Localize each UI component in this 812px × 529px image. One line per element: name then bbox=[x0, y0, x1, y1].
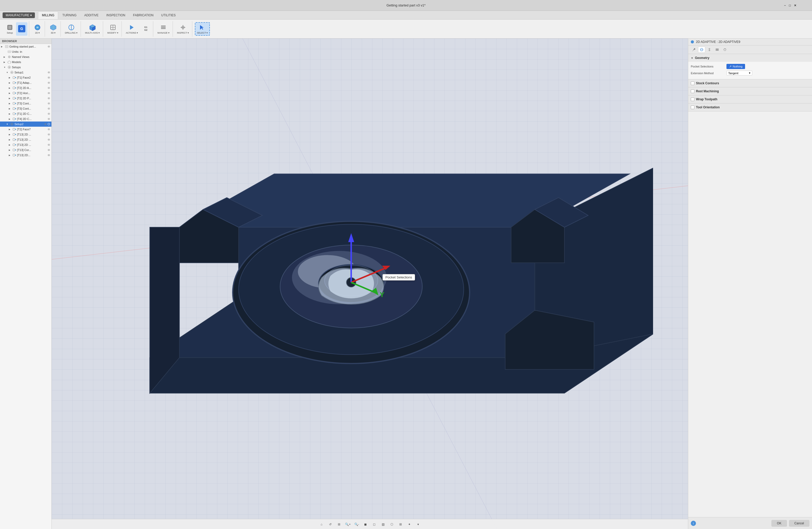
toolbar-btn-modify[interactable]: MODIFY ▾ bbox=[106, 22, 120, 36]
tree-item-17[interactable]: ▶[T13] 2D ... bbox=[0, 132, 52, 137]
toolbar-btn-select[interactable]: SELECT ▾ bbox=[195, 22, 210, 36]
extension-method-select[interactable]: Tangent ▾ bbox=[726, 71, 752, 75]
visibility-icon-17[interactable] bbox=[47, 133, 50, 136]
wrap-toolpath-checkbox[interactable] bbox=[691, 98, 694, 101]
visibility-icon-21[interactable] bbox=[47, 154, 50, 157]
bottom-btn-zoom-fit[interactable]: ⊞ bbox=[335, 521, 343, 527]
bottom-btn-snap[interactable]: ✦ bbox=[406, 521, 413, 527]
visibility-icon-13[interactable] bbox=[47, 112, 50, 115]
visibility-icon-12[interactable] bbox=[47, 107, 50, 110]
tree-item-9[interactable]: ▶[T2] Hori... bbox=[0, 90, 52, 96]
toolbar-btn-setup[interactable]: Setup bbox=[4, 22, 15, 36]
tree-item-0[interactable]: ▶Getting started part... bbox=[0, 44, 52, 49]
tree-item-21[interactable]: ▶[T13] 2D... bbox=[0, 153, 52, 158]
toolbar-btn-g[interactable]: G bbox=[16, 22, 27, 36]
svg-point-63 bbox=[15, 118, 16, 119]
tree-item-13[interactable]: ▶[T1] 2D C... bbox=[0, 111, 52, 116]
toolbar-btn-2d-adaptive[interactable]: 2D ▾ bbox=[32, 22, 43, 36]
toolbar-btn-g1g2[interactable]: G1G2 bbox=[140, 22, 151, 36]
tree-item-6[interactable]: ▶[T1] Face2 bbox=[0, 75, 52, 80]
section-tool-orientation-header[interactable]: Tool Orientation bbox=[688, 103, 812, 111]
tool-orientation-checkbox[interactable] bbox=[691, 105, 694, 109]
toolbar-btn-3d[interactable]: 3D ▾ bbox=[47, 22, 59, 36]
tree-item-16[interactable]: ▶[T2] Face7 bbox=[0, 127, 52, 132]
toolbar-btn-drilling[interactable]: DRILLING ▾ bbox=[63, 22, 79, 36]
window-controls[interactable]: − □ ✕ bbox=[784, 4, 797, 7]
panel-tab-tool[interactable] bbox=[690, 46, 697, 53]
visibility-icon-20[interactable] bbox=[47, 148, 50, 152]
visibility-icon-19[interactable] bbox=[47, 143, 50, 146]
visibility-icon-18[interactable] bbox=[47, 138, 50, 141]
tab-additive[interactable]: ADDITIVE bbox=[81, 11, 102, 19]
toolbar-btn-manage[interactable]: MANAGE ▾ bbox=[156, 22, 171, 36]
cancel-button[interactable]: Cancel bbox=[789, 520, 809, 527]
pocket-selections-button[interactable]: ↗ Nothing bbox=[726, 64, 745, 69]
tab-turning[interactable]: TURNING bbox=[59, 11, 80, 19]
top-toolbar: MANUFACTURE ▾ MILLING TURNING ADDITIVE I… bbox=[0, 11, 812, 39]
tree-item-19[interactable]: ▶[T13] 2D ... bbox=[0, 142, 52, 147]
tree-item-8[interactable]: ▶[T2] 2D A... bbox=[0, 85, 52, 90]
visibility-icon-9[interactable] bbox=[47, 91, 50, 95]
bottom-btn-zoom-out[interactable]: 🔍- bbox=[353, 521, 360, 527]
visibility-icon-11[interactable] bbox=[47, 102, 50, 105]
panel-tab-passes[interactable] bbox=[713, 46, 721, 53]
bottom-btn-orbit[interactable]: ↺ bbox=[327, 521, 334, 527]
tree-item-11[interactable]: ▶[T3] Cont... bbox=[0, 101, 52, 106]
viewport[interactable]: Y Pocket Selections ⌂ ↺ ⊞ 🔍+ 🔍- ◼ ◻ ▧ ⬡ … bbox=[52, 39, 688, 529]
visibility-icon-7[interactable] bbox=[47, 81, 50, 84]
tree-item-18[interactable]: ▶[T13] 2D ... bbox=[0, 137, 52, 142]
tab-utilities[interactable]: UTILITIES bbox=[158, 11, 179, 19]
visibility-icon-15[interactable] bbox=[44, 123, 47, 126]
manufacture-button[interactable]: MANUFACTURE ▾ bbox=[3, 12, 35, 18]
section-geometry-header[interactable]: ▼ Geometry bbox=[688, 54, 812, 62]
window-close[interactable]: ✕ bbox=[794, 4, 797, 7]
info-button[interactable]: i bbox=[691, 521, 696, 526]
section-wrap-toolpath-header[interactable]: Wrap Toolpath bbox=[688, 96, 812, 103]
visibility-icon-5[interactable] bbox=[47, 71, 50, 74]
tree-item-5[interactable]: ▼Setup1 bbox=[0, 70, 52, 75]
bottom-btn-shaded[interactable]: ▧ bbox=[379, 521, 387, 527]
visibility-icon-0[interactable] bbox=[47, 45, 50, 48]
tree-item-7[interactable]: ▶[T1] Adap... bbox=[0, 80, 52, 85]
visibility-icon-10[interactable] bbox=[47, 97, 50, 100]
rest-machining-checkbox[interactable] bbox=[691, 89, 694, 93]
section-rest-machining-header[interactable]: Rest Machining bbox=[688, 87, 812, 95]
bottom-btn-view-cube[interactable]: ⬡ bbox=[388, 521, 395, 527]
visibility-icon-14[interactable] bbox=[47, 117, 50, 120]
tree-item-1[interactable]: Units: in bbox=[0, 49, 52, 54]
svg-rect-20 bbox=[8, 51, 11, 53]
tab-inspection[interactable]: INSPECTION bbox=[103, 11, 129, 19]
panel-tab-heights[interactable] bbox=[706, 46, 713, 53]
tree-item-3[interactable]: ▶Models bbox=[0, 59, 52, 65]
visibility-icon-16[interactable] bbox=[47, 128, 50, 131]
stock-contours-checkbox[interactable] bbox=[691, 82, 694, 85]
bottom-btn-zoom-in[interactable]: 🔍+ bbox=[344, 521, 351, 527]
toolbar-btn-multiaxis[interactable]: MULTI-AXIS ▾ bbox=[84, 22, 101, 36]
panel-tab-geometry[interactable] bbox=[698, 46, 705, 53]
tree-item-20[interactable]: ▶[T13] Cor... bbox=[0, 147, 52, 153]
visibility-icon-6[interactable] bbox=[47, 76, 50, 79]
tree-item-4[interactable]: ▼Setups bbox=[0, 65, 52, 70]
bottom-btn-grid[interactable]: ⊞ bbox=[397, 521, 404, 527]
part-svg: Y bbox=[120, 87, 653, 486]
window-minimize[interactable]: − bbox=[784, 4, 786, 7]
panel-tab-linking[interactable] bbox=[721, 46, 728, 53]
tab-milling[interactable]: MILLING bbox=[38, 11, 58, 19]
bottom-btn-display-mode[interactable]: ◼ bbox=[362, 521, 369, 527]
visibility-icon-8[interactable] bbox=[47, 86, 50, 89]
window-maximize[interactable]: □ bbox=[789, 4, 791, 7]
tree-item-15[interactable]: ▼Setup2 bbox=[0, 121, 52, 127]
toolbar-btn-inspect[interactable]: INSPECT ▾ bbox=[175, 22, 190, 36]
bottom-btn-home[interactable]: ⌂ bbox=[318, 521, 325, 527]
bottom-btn-more[interactable]: ▾ bbox=[415, 521, 422, 527]
toolbar-btn-actions[interactable]: ACTIONS ▾ bbox=[124, 22, 140, 36]
ok-button[interactable]: OK bbox=[771, 520, 787, 527]
tree-item-2[interactable]: ▶Named Views bbox=[0, 54, 52, 59]
section-stock-contours-header[interactable]: Stock Contours bbox=[688, 80, 812, 87]
tree-text-1: Units: in bbox=[12, 50, 50, 53]
tab-fabrication[interactable]: FABRICATION bbox=[129, 11, 157, 19]
bottom-btn-wireframe[interactable]: ◻ bbox=[371, 521, 378, 527]
tree-item-14[interactable]: ▶[T4] 2D C... bbox=[0, 116, 52, 121]
tree-item-10[interactable]: ▶[T2] 2D P... bbox=[0, 96, 52, 101]
tree-item-12[interactable]: ▶[T3] Cont... bbox=[0, 106, 52, 111]
